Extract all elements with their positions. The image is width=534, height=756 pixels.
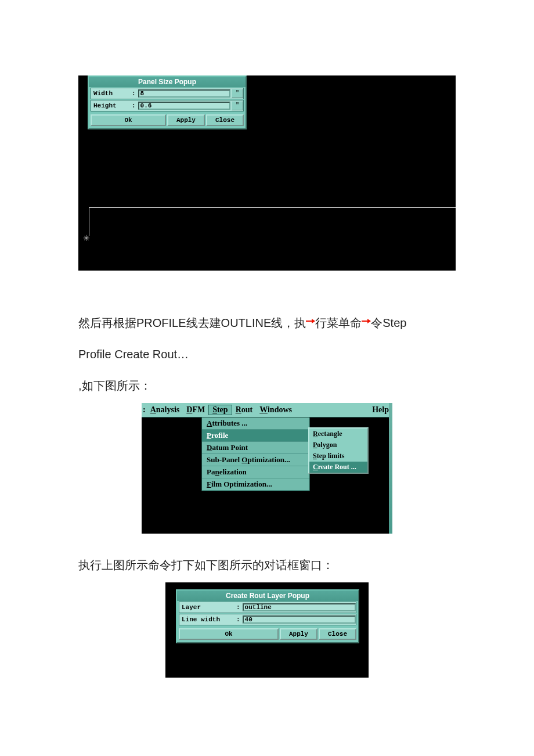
instruction-text-1b: Profile Create Rout… — [78, 340, 456, 368]
menu-item-attributes[interactable]: Attributes ... — [202, 417, 309, 430]
width-input[interactable] — [138, 89, 230, 98]
apply-button[interactable]: Apply — [280, 628, 317, 640]
line-width-label: Line width — [179, 616, 236, 623]
close-button[interactable]: Close — [319, 628, 356, 640]
step-dropdown: Attributes ... Profile Datum Point Sub-P… — [201, 417, 310, 491]
menu-item-profile[interactable]: Profile — [202, 430, 309, 442]
apply-button[interactable]: Apply — [167, 114, 205, 126]
arrow-icon — [362, 305, 371, 310]
menu-item-datum[interactable]: Datum Point — [202, 442, 309, 454]
ok-button[interactable]: Ok — [91, 114, 166, 126]
width-label: Width — [91, 90, 132, 97]
rout-layer-dialog: Create Rout Layer Popup Layer : Line wid… — [176, 589, 359, 643]
menu-dfm[interactable]: DFM — [183, 405, 208, 415]
screenshot-rout-layer: Create Rout Layer Popup Layer : Line wid… — [165, 582, 369, 678]
instruction-text-2: ,如下图所示： — [78, 372, 456, 399]
crosshair-icon: ✳ — [83, 233, 90, 243]
menu-windows[interactable]: Windows — [256, 405, 295, 415]
layer-input[interactable] — [243, 603, 356, 611]
scrollbar[interactable] — [389, 403, 392, 534]
menu-rout[interactable]: Rout — [232, 405, 257, 415]
height-input[interactable] — [138, 102, 230, 110]
arrow-icon — [306, 305, 315, 310]
menu-item-panelization[interactable]: Panelization — [202, 466, 309, 478]
ok-button[interactable]: Ok — [179, 628, 279, 640]
instruction-text-3: 执行上图所示命令打下如下图所示的对话框窗口： — [78, 551, 456, 579]
screenshot-panel-size: Panel Size Popup Width : " Height : " Ok… — [78, 75, 456, 271]
profile-submenu: Rectangle Polygon Step limits Create Rou… — [308, 427, 369, 474]
menu-item-subpanel[interactable]: Sub-Panel Optimization... — [202, 454, 309, 466]
profile-outline — [89, 207, 456, 236]
height-label: Height — [91, 102, 132, 109]
dialog-title: Create Rout Layer Popup — [177, 591, 358, 601]
submenu-rectangle[interactable]: Rectangle — [309, 429, 367, 440]
unit-label: " — [232, 89, 243, 98]
dialog-title: Panel Size Popup — [89, 77, 246, 87]
screenshot-menu: : Analysis DFM Step Rout Windows Help At… — [142, 403, 392, 534]
submenu-create-rout[interactable]: Create Rout ... — [309, 462, 367, 473]
line-width-input[interactable] — [243, 615, 356, 624]
menu-analysis[interactable]: Analysis — [147, 405, 183, 415]
submenu-polygon[interactable]: Polygon — [309, 440, 367, 451]
instruction-text-1: 然后再根据PROFILE线去建OUTLINE线，执行菜单命令Step — [78, 305, 456, 337]
menu-bar: : Analysis DFM Step Rout Windows Help — [142, 403, 392, 417]
submenu-step-limits[interactable]: Step limits — [309, 451, 367, 462]
panel-size-dialog: Panel Size Popup Width : " Height : " Ok… — [88, 75, 247, 129]
layer-label: Layer — [179, 604, 236, 611]
menu-item-film[interactable]: Film Optimization... — [202, 478, 309, 491]
unit-label: " — [232, 101, 243, 110]
menu-step[interactable]: Step — [208, 405, 232, 415]
close-button[interactable]: Close — [206, 114, 244, 126]
